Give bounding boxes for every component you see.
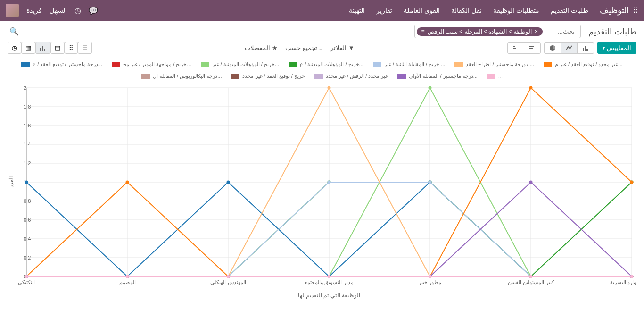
facet-text: الوظيفة > الشهادة > المرحلة > سبب الرفض [428, 28, 532, 35]
svg-point-132 [227, 275, 230, 278]
search-input[interactable] [545, 26, 578, 37]
svg-text:1.4: 1.4 [24, 142, 31, 147]
legend-item[interactable]: ... [487, 73, 503, 79]
svg-text:2: 2 [24, 85, 26, 91]
legend-item[interactable]: غير محدد / توقيع العقد / غير م... [544, 61, 623, 67]
legend-item[interactable]: خريج / توقيع العقد / غير محدد [231, 73, 305, 79]
favorites-dropdown[interactable]: ★ المفضلات [245, 44, 278, 51]
legend-item[interactable]: خريج / المؤهلات المبدئية / غ... [289, 61, 363, 67]
svg-point-96 [126, 181, 129, 184]
svg-point-134 [429, 275, 432, 278]
groupby-icon: ≡ [319, 44, 323, 51]
menu-reports[interactable]: تقارير [376, 7, 392, 14]
filters-dropdown[interactable]: ▼ الفلاتر [330, 44, 355, 51]
pivot-view-button[interactable]: ▤ [50, 42, 65, 54]
svg-rect-8 [513, 48, 516, 49]
legend-swatch [21, 62, 30, 67]
legend-label: خريج / المقابلة الثانية / غير ... [384, 61, 446, 67]
sort-desc-button[interactable] [524, 42, 541, 54]
legend-item[interactable]: درجة ماجستير / توقيع العقد / غ... [21, 61, 102, 67]
svg-text:1.8: 1.8 [24, 104, 31, 109]
legend-swatch [141, 74, 150, 79]
legend-item[interactable]: خريج / المقابلة الثانية / غير ... [373, 61, 446, 67]
avatar[interactable] [6, 4, 19, 17]
legend-item[interactable]: درجة ماجستير / المقابلة الأولى... [397, 73, 477, 79]
apps-icon[interactable]: ⠿ [633, 6, 638, 15]
svg-point-100 [529, 86, 533, 90]
legend-swatch [454, 62, 463, 67]
svg-text:1.2: 1.2 [24, 160, 31, 166]
menu-job-reqs[interactable]: متطلبات الوظيفة [493, 7, 539, 14]
bar-chart-button[interactable] [577, 42, 594, 54]
legend-label: درجة ماجستير / اقتراح العقد / ... [466, 61, 534, 67]
facet-remove-icon[interactable]: × [535, 28, 538, 35]
legend-item[interactable]: درجة ماجستير / اقتراح العقد / ... [454, 61, 534, 67]
menu-sponsorship[interactable]: نقل الكفالة [451, 7, 482, 14]
legend-label: خريج / توقيع العقد / غير محدد [242, 73, 305, 79]
svg-text:التكتيكي: التكتيكي [18, 279, 35, 285]
easy-label[interactable]: السهل [50, 7, 67, 14]
graph-view-button[interactable] [35, 42, 50, 54]
chart-legend: درجة ماجستير / توقيع العقد / غ...خريج / … [8, 58, 636, 83]
svg-point-101 [630, 181, 634, 184]
menu-workforce[interactable]: القوى العاملة [404, 7, 440, 14]
svg-rect-9 [513, 50, 518, 50]
legend-label: درجة البكالوريوس / المقابلة ال... [153, 73, 222, 79]
svg-text:مطور خبير: مطور خبير [418, 279, 441, 285]
svg-rect-5 [529, 48, 533, 49]
svg-rect-6 [529, 50, 531, 50]
svg-point-133 [328, 275, 331, 278]
legend-item[interactable]: درجة البكالوريوس / المقابلة ال... [141, 73, 222, 79]
svg-point-53 [25, 181, 28, 184]
legend-swatch [487, 74, 495, 79]
calendar-view-button[interactable]: ▦ [21, 42, 35, 54]
legend-swatch [397, 74, 406, 79]
line-chart-button[interactable] [561, 42, 578, 54]
svg-text:0.6: 0.6 [24, 217, 31, 223]
legend-swatch [231, 74, 239, 79]
svg-text:العدد: العدد [8, 176, 15, 188]
svg-text:0.4: 0.4 [24, 236, 31, 242]
svg-rect-2 [586, 49, 588, 51]
svg-point-128 [529, 181, 533, 184]
svg-point-131 [126, 275, 129, 278]
svg-text:المصمم: المصمم [119, 279, 136, 285]
pie-chart-button[interactable] [544, 42, 561, 54]
search-facet[interactable]: ≡ الوظيفة > الشهادة > المرحلة > سبب الرف… [417, 27, 543, 36]
svg-rect-0 [583, 48, 584, 51]
search-icon[interactable]: 🔍 [8, 25, 21, 38]
sort-asc-button[interactable] [507, 42, 524, 54]
svg-point-84 [328, 181, 331, 184]
main-menu: طلبات التقديم متطلبات الوظيفة نقل الكفال… [98, 7, 588, 14]
legend-label: خريج / المؤهلات المبدئية / غير... [212, 61, 280, 67]
svg-point-136 [630, 275, 634, 278]
line-chart: 00.20.40.60.811.21.41.61.82التكتيكيالمصم… [8, 83, 636, 300]
groupby-label: تجميع حسب [285, 44, 317, 51]
filters-label: الفلاتر [330, 44, 347, 51]
legend-swatch [544, 62, 552, 67]
svg-rect-12 [44, 49, 45, 51]
legend-item[interactable]: غير محدد / الرفض / غير محدد [314, 73, 388, 79]
search-facets[interactable]: ≡ الوظيفة > الشهادة > المرحلة > سبب الرف… [414, 25, 581, 38]
activity-view-button[interactable]: ◷ [8, 42, 21, 54]
svg-point-91 [328, 86, 331, 90]
chart-area: درجة ماجستير / توقيع العقد / غ...خريج / … [0, 58, 644, 308]
groupby-dropdown[interactable]: ≡ تجميع حسب [285, 44, 322, 51]
sort-group [507, 42, 540, 54]
measures-button[interactable]: المقاييس [597, 42, 636, 54]
svg-rect-1 [585, 46, 586, 51]
menu-config[interactable]: التهيئة [349, 7, 365, 14]
legend-item[interactable]: خريج / المؤهلات المبدئية / غير... [201, 61, 280, 67]
svg-rect-11 [42, 46, 43, 51]
filters-bar: ▼ الفلاتر ≡ تجميع حسب ★ المفضلات [245, 44, 354, 51]
kanban-view-button[interactable]: ⠿ [65, 42, 78, 54]
svg-point-85 [429, 181, 432, 184]
svg-point-130 [25, 275, 28, 278]
chat-icon[interactable]: 💬 [89, 6, 98, 15]
clock-icon[interactable]: ◷ [74, 6, 81, 15]
list-view-button[interactable]: ☰ [78, 42, 92, 54]
menu-applications[interactable]: طلبات التقديم [551, 7, 588, 14]
brand[interactable]: التوظيف [600, 5, 629, 16]
user-name[interactable]: فريدة [26, 7, 42, 14]
legend-item[interactable]: خريج / مواجهة المدير / غير مح... [112, 61, 191, 67]
